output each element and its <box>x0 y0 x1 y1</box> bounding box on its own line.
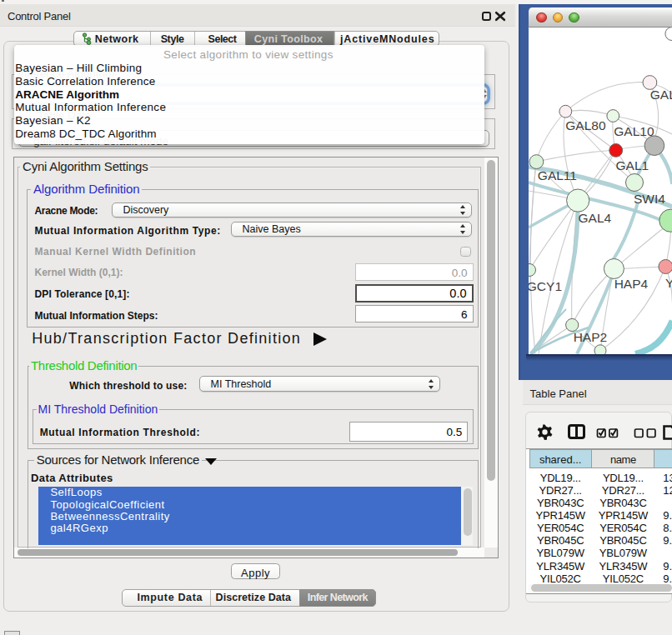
svg-text:YJ: YJ <box>665 276 672 290</box>
svg-text:GAL1: GAL1 <box>615 158 649 172</box>
svg-text:GAL10: GAL10 <box>614 124 654 138</box>
svg-text:GAL7: GAL7 <box>650 88 672 102</box>
svg-text:SWI4: SWI4 <box>634 192 665 206</box>
svg-text:GAL4: GAL4 <box>578 211 611 225</box>
svg-text:GCY1: GCY1 <box>529 279 562 293</box>
svg-text:GAL80: GAL80 <box>565 118 605 132</box>
svg-text:HAP4: HAP4 <box>614 277 648 291</box>
svg-text:GAL11: GAL11 <box>538 168 577 182</box>
svg-text:HAP2: HAP2 <box>573 330 606 344</box>
